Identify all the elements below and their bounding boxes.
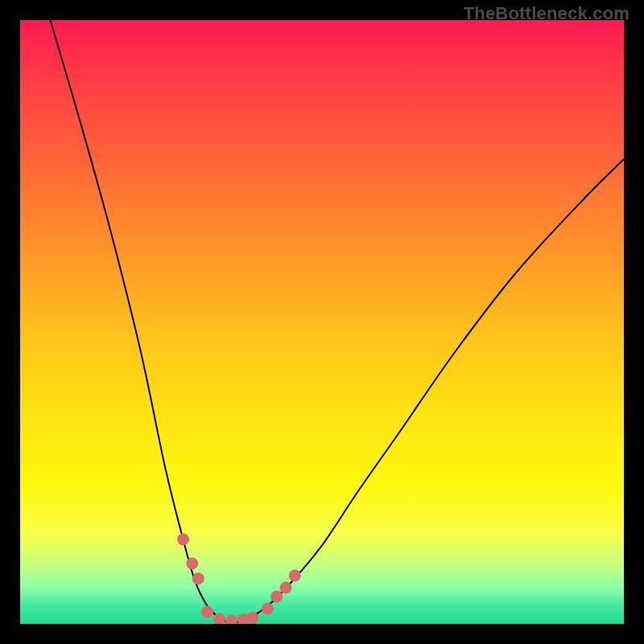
curve-marker xyxy=(246,612,258,624)
curve-marker xyxy=(225,615,237,624)
curve-marker xyxy=(280,582,292,594)
plot-area xyxy=(20,20,624,624)
curve-overlay xyxy=(20,20,624,624)
right-curve-path xyxy=(232,159,625,625)
curve-marker xyxy=(177,534,189,546)
left-curve-path xyxy=(51,20,232,624)
curve-marker xyxy=(192,572,204,584)
curve-marker xyxy=(289,570,301,582)
curve-marker xyxy=(262,603,274,615)
chart-container: TheBottleneck.com xyxy=(0,0,644,644)
curve-marker xyxy=(270,591,283,603)
curve-marker xyxy=(201,606,213,618)
curve-marker xyxy=(186,558,198,570)
curve-markers xyxy=(177,534,301,625)
